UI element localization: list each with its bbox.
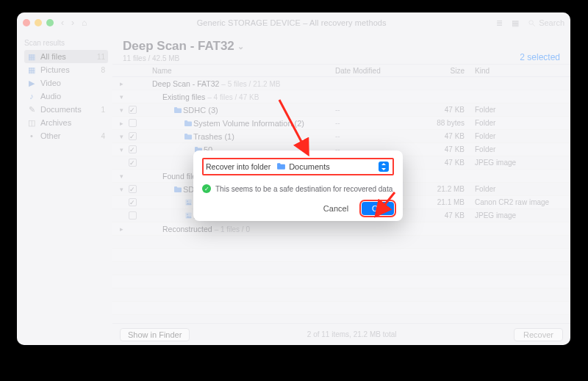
page-title[interactable]: Deep Scan - FAT32 ⌄ [123,39,520,54]
disclosure-icon[interactable]: ▾ [117,106,126,114]
folder-icon [183,133,193,140]
row-date: -- [335,106,423,114]
search-icon [528,19,536,27]
table-row[interactable]: ▸System Volume Information (2)-- 88 byte… [112,117,570,130]
sidebar: Scan results ▦ All files 11▦ Pictures 8▶… [17,33,112,345]
folder-icon [173,106,183,114]
maximize-icon[interactable] [46,19,54,26]
row-checkbox[interactable] [126,119,139,127]
stepper-icon[interactable] [379,162,389,172]
picture-icon: ▦ [27,65,36,74]
column-headers: Name Date Modified Size Kind [112,64,570,77]
row-checkbox[interactable]: ✓ [126,198,139,206]
view-icon[interactable]: ≣ [496,18,503,28]
row-name: Trashes (1) [193,132,335,141]
row-kind: Folder [475,185,570,193]
svg-line-1 [533,23,535,26]
disclosure-icon[interactable]: ▾ [117,146,126,153]
row-date: -- [335,132,423,140]
sidebar-item-archives[interactable]: ◫ Archives [24,116,108,129]
row-kind: Folder [475,145,570,153]
col-name[interactable]: Name [152,67,335,75]
sidebar-item-count: 1 [101,106,105,114]
sidebar-item-label: Audio [40,92,61,101]
search-placeholder: Search [539,18,564,27]
titlebar: ‹ › ⌂ Generic STORAGE DEVICE – All recov… [17,12,570,33]
disclosure-icon[interactable]: ▾ [117,133,126,140]
sidebar-item-audio[interactable]: ♪ Audio [24,90,108,103]
col-date[interactable]: Date Modified [335,67,423,75]
section-row[interactable]: ▾Existing files – 4 files / 47 KB [112,90,570,104]
back-icon[interactable]: ‹ [61,18,64,28]
row-checkbox[interactable] [126,211,139,219]
sidebar-item-count: 8 [101,66,105,74]
disclosure-icon[interactable]: ▸ [117,120,126,127]
picture-icon: ▦ [27,52,36,61]
row-checkbox[interactable]: ✓ [126,145,139,153]
destination-row: Recover into folder Documents [202,158,394,175]
selection-count: 2 selected [520,52,560,62]
sidebar-item-documents[interactable]: ✎ Documents 1 [24,103,108,116]
folder-icon [183,120,193,127]
cancel-button[interactable]: Cancel [316,202,356,215]
row-kind: JPEG image [475,159,570,167]
section-row[interactable]: ▸Deep Scan - FAT32 – 5 files / 21.2 MB [112,77,570,90]
row-kind: Folder [475,119,570,127]
row-size: 21.2 MB [423,185,475,193]
row-kind: Folder [475,106,570,114]
search-field[interactable]: Search [528,18,564,27]
disclosure-icon[interactable]: ▾ [117,186,126,193]
table-row[interactable]: ▾✓Trashes (1)-- 47 KB Folder [112,130,570,143]
section-row[interactable]: ▸Reconstructed – 1 files / 0 [112,222,570,236]
other-icon: • [27,131,36,140]
disclosure-icon[interactable]: ▸ [117,80,126,87]
sidebar-item-label: Archives [40,118,71,127]
disclosure-icon[interactable]: ▸ [117,225,126,233]
table-row[interactable]: ▾✓SDHC (3)-- 47 KB Folder [112,104,570,117]
disclosure-icon[interactable]: ▾ [117,93,126,101]
chevron-down-icon: ⌄ [237,42,244,51]
row-size: 47 KB [423,145,475,153]
sidebar-item-label: Pictures [40,65,70,74]
sidebar-item-label: Documents [40,105,82,114]
row-checkbox[interactable]: ✓ [126,185,139,193]
sidebar-item-pictures[interactable]: ▦ Pictures 8 [24,63,108,76]
recover-button[interactable]: Recover [514,328,563,341]
recover-into-label: Recover into folder [206,162,270,171]
sidebar-item-count: 4 [101,132,105,140]
window-title: Generic STORAGE DEVICE – All recovery me… [91,18,492,27]
row-checkbox[interactable]: ✓ [126,159,139,167]
video-icon: ▶ [27,79,36,87]
row-name: System Volume Information (2) [193,119,335,128]
row-checkbox[interactable]: ✓ [126,132,139,140]
close-icon[interactable] [23,19,30,26]
row-size: 88 bytes [423,119,475,127]
empty-row [112,315,570,323]
row-size: 47 KB [423,211,475,219]
doc-icon: ✎ [27,105,36,114]
home-icon[interactable]: ⌂ [82,18,87,28]
sidebar-item-video[interactable]: ▶ Video [24,76,108,90]
folder-icon [276,162,286,172]
sidebar-heading: Scan results [24,39,108,47]
show-in-finder-button[interactable]: Show in Finder [120,328,190,341]
row-kind: Canon CR2 raw image [475,198,570,206]
disclosure-icon[interactable]: ▾ [117,173,126,180]
sidebar-item-other[interactable]: • Other 4 [24,129,108,142]
col-size[interactable]: Size [423,67,475,75]
col-kind[interactable]: Kind [475,67,570,75]
destination-select[interactable]: Documents [275,161,390,173]
forward-icon[interactable]: › [71,18,74,28]
row-checkbox[interactable]: ✓ [126,106,139,114]
sidebar-item-all-files[interactable]: ▦ All files 11 [24,50,108,63]
grid-icon[interactable]: ▦ [512,18,519,28]
sidebar-item-label: Video [40,79,61,87]
footer: Show in Finder 2 of 11 items, 21.2 MB to… [112,323,570,345]
sidebar-item-label: Other [40,131,61,140]
ok-button[interactable]: OK [362,202,394,215]
svg-point-7 [187,214,188,215]
image-icon [183,211,193,219]
row-date: -- [335,119,423,127]
empty-row [112,236,570,249]
minimize-icon[interactable] [35,19,42,26]
